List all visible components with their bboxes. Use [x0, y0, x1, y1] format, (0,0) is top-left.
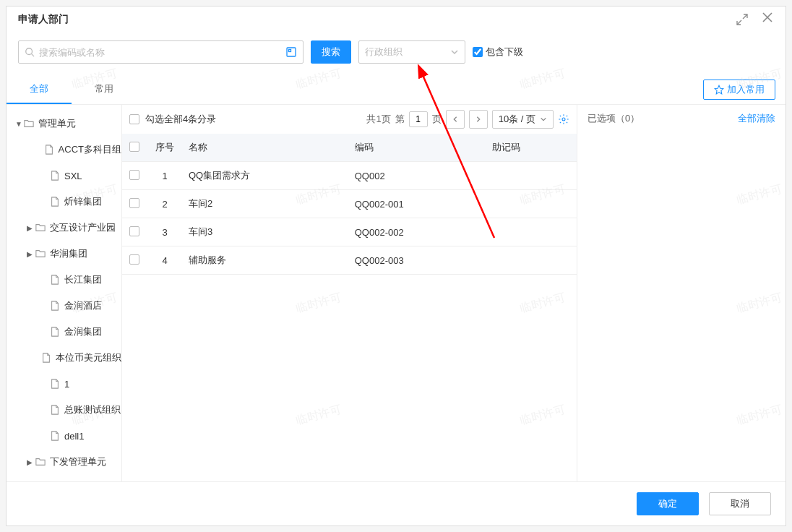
cell-mnemonic [486, 162, 577, 190]
add-common-label: 加入常用 [727, 83, 765, 96]
chevron-down-icon [450, 48, 459, 56]
chevron-down-icon [540, 116, 547, 123]
tree-node[interactable]: dell1 [7, 423, 121, 449]
tabs-row: 全部 常用 加入常用 [7, 75, 785, 105]
search-bar: 搜索 行政组织 包含下级 [7, 32, 785, 75]
cell-code: QQ002-002 [349, 218, 486, 246]
clear-all-link[interactable]: 全部清除 [738, 112, 775, 125]
file-icon [50, 275, 60, 285]
tab-common[interactable]: 常用 [72, 75, 137, 104]
tree-node[interactable]: 1 [7, 371, 121, 397]
org-tree[interactable]: ▼ 管理单元 ACCT多科目组SXL炘锌集团▶交互设计产业园▶华润集团长江集团金… [7, 105, 122, 481]
tree-root[interactable]: ▼ 管理单元 [7, 111, 121, 137]
tree-node[interactable]: 金润集团 [7, 319, 121, 345]
cell-code: QQ002-003 [349, 246, 486, 275]
tree-node[interactable]: 本位币美元组织 [7, 345, 121, 371]
row-checkbox[interactable] [129, 170, 139, 180]
tree-node[interactable]: 总账测试组织 [7, 397, 121, 423]
ok-button[interactable]: 确定 [637, 492, 699, 515]
cell-name: QQ集团需求方 [183, 162, 349, 190]
row-checkbox[interactable] [129, 226, 139, 236]
cell-seq: 1 [147, 162, 183, 190]
header-checkbox[interactable] [129, 142, 139, 152]
tree-node[interactable]: SXL [7, 163, 121, 189]
row-checkbox[interactable] [129, 254, 139, 265]
org-type-select[interactable]: 行政组织 [358, 40, 465, 64]
modal-header: 申请人部门 [7, 7, 785, 32]
tree-node-label: 总账测试组织 [64, 403, 121, 416]
file-icon [44, 145, 54, 155]
page-number-input[interactable] [409, 111, 428, 127]
close-icon[interactable] [761, 11, 774, 27]
folder-icon [24, 119, 34, 129]
modal-footer: 确定 取消 [7, 481, 785, 525]
include-children-input[interactable] [473, 47, 483, 57]
tree-node[interactable]: 金润酒店 [7, 293, 121, 319]
page-size-select[interactable]: 10条 / 页 [492, 110, 554, 129]
prev-page-button[interactable] [446, 110, 465, 129]
tabs: 全部 常用 [7, 75, 137, 104]
cell-name: 车间2 [183, 190, 349, 218]
cell-seq: 2 [147, 190, 183, 218]
tab-all[interactable]: 全部 [7, 75, 72, 104]
tree-node[interactable]: 长江集团 [7, 267, 121, 293]
search-button[interactable]: 搜索 [311, 40, 351, 64]
select-all-checkbox[interactable] [129, 114, 139, 124]
col-seq: 序号 [147, 134, 183, 162]
gear-icon[interactable] [558, 113, 569, 125]
svg-rect-2 [289, 50, 291, 52]
cell-name: 辅助服务 [183, 246, 349, 275]
file-icon [50, 327, 60, 337]
selected-count-label: 已选项（0） [587, 112, 640, 125]
row-checkbox[interactable] [129, 198, 139, 208]
search-icon [25, 47, 35, 57]
tree-node-label: dell1 [64, 431, 84, 442]
caret-right-icon: ▶ [27, 224, 35, 232]
tree-node[interactable]: ▶交互设计产业园 [7, 215, 121, 241]
expand-icon[interactable] [736, 14, 748, 25]
modal-body: ▼ 管理单元 ACCT多科目组SXL炘锌集团▶交互设计产业园▶华润集团长江集团金… [7, 105, 785, 481]
selected-panel: 已选项（0） 全部清除 [577, 105, 785, 481]
tree-node-label: 金润酒店 [64, 299, 102, 312]
tree-node-label: 管理单元 [38, 117, 76, 130]
table-row[interactable]: 4辅助服务QQ002-003 [122, 246, 577, 275]
cell-name: 车间3 [183, 218, 349, 246]
search-input-wrapper[interactable] [18, 40, 304, 64]
next-page-button[interactable] [469, 110, 488, 129]
cell-code: QQ002-001 [349, 190, 486, 218]
caret-right-icon: ▶ [27, 458, 35, 466]
include-children-checkbox[interactable]: 包含下级 [473, 46, 523, 59]
tree-node-label: 下发管理单元 [50, 455, 106, 468]
star-icon [714, 85, 724, 95]
folder-icon [35, 249, 46, 259]
file-icon [41, 353, 51, 363]
tree-node[interactable]: ▶华润集团 [7, 241, 121, 267]
folder-icon [35, 223, 46, 233]
tree-node[interactable]: ACCT多科目组 [7, 137, 121, 163]
file-icon [50, 301, 60, 311]
cell-seq: 4 [147, 246, 183, 275]
results-table: 序号 名称 编码 助记码 1QQ集团需求方QQ0022车间2QQ002-0013… [122, 134, 577, 275]
svg-point-4 [562, 118, 565, 121]
cancel-button[interactable]: 取消 [709, 492, 771, 515]
tree-node-label: 金润集团 [64, 325, 102, 338]
search-input[interactable] [39, 47, 285, 58]
page-size-label: 10条 / 页 [499, 113, 535, 126]
cell-mnemonic [486, 218, 577, 246]
table-row[interactable]: 3车间3QQ002-002 [122, 218, 577, 246]
table-row[interactable]: 2车间2QQ002-001 [122, 190, 577, 218]
tree-node-label: 炘锌集团 [64, 195, 102, 208]
table-row[interactable]: 1QQ集团需求方QQ002 [122, 162, 577, 190]
col-name: 名称 [183, 134, 349, 162]
caret-right-icon: ▶ [27, 250, 35, 258]
select-all-label: 勾选全部4条分录 [145, 113, 216, 126]
tree-node-label: 1 [64, 379, 69, 390]
add-common-button[interactable]: 加入常用 [703, 80, 775, 100]
tree-node[interactable]: 炘锌集团 [7, 189, 121, 215]
file-icon [50, 379, 60, 389]
tree-node[interactable]: ▶下发管理单元 [7, 449, 121, 475]
svg-marker-3 [715, 85, 723, 94]
modal-dialog: 临时许可 临时许可 临时许可 临时许可 临时许可 临时许可 临时许可 临时许可 … [6, 6, 786, 526]
file-icon [50, 405, 60, 415]
picker-icon[interactable] [285, 46, 297, 58]
